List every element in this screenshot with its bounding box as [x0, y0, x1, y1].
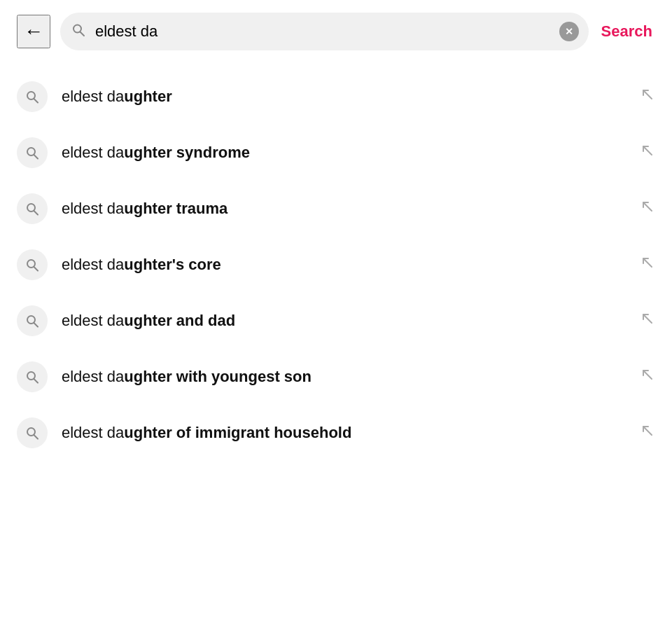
suggestion-item[interactable]: eldest daughter trauma — [0, 181, 672, 237]
svg-line-13 — [643, 258, 652, 267]
suggestions-list: eldest daughter eldest daughter syndrome… — [0, 63, 672, 466]
autofill-arrow-icon — [640, 255, 655, 275]
clear-button[interactable]: ✕ — [559, 22, 579, 41]
suggestion-item[interactable]: eldest daughter with youngest son — [0, 349, 672, 405]
svg-line-1 — [80, 32, 85, 36]
svg-line-7 — [643, 146, 652, 155]
suggestion-text: eldest daughter of immigrant household — [62, 424, 626, 442]
autofill-arrow-icon — [640, 87, 655, 106]
suggestion-search-icon — [17, 137, 48, 168]
svg-line-22 — [643, 427, 652, 435]
suggestion-search-icon — [17, 305, 48, 336]
suggestion-search-icon — [17, 193, 48, 224]
svg-line-19 — [643, 371, 652, 379]
suggestion-item[interactable]: eldest daughter of immigrant household — [0, 405, 672, 461]
svg-line-10 — [643, 202, 652, 211]
suggestion-text: eldest daughter with youngest son — [62, 368, 626, 386]
search-button-label: Search — [601, 22, 652, 40]
clear-icon: ✕ — [565, 27, 573, 36]
autofill-arrow-icon — [640, 199, 655, 219]
svg-line-6 — [34, 155, 38, 159]
search-icon — [71, 23, 85, 41]
search-bar-container: ✕ — [60, 13, 589, 50]
suggestion-search-icon — [17, 417, 48, 448]
svg-line-9 — [34, 211, 38, 215]
suggestion-search-icon — [17, 249, 48, 280]
back-button[interactable]: ← — [17, 15, 50, 48]
autofill-arrow-icon — [640, 423, 655, 443]
suggestion-search-icon — [17, 81, 48, 112]
autofill-arrow-icon — [640, 143, 655, 163]
autofill-arrow-icon — [640, 367, 655, 387]
suggestion-text: eldest daughter and dad — [62, 312, 626, 330]
app-container: ← ✕ Search eldest daughter — [0, 0, 672, 466]
suggestion-search-icon — [17, 361, 48, 392]
suggestion-text: eldest daughter — [62, 88, 626, 106]
svg-line-15 — [34, 323, 38, 327]
suggestion-item[interactable]: eldest daughter's core — [0, 237, 672, 293]
suggestion-item[interactable]: eldest daughter syndrome — [0, 125, 672, 181]
search-submit-button[interactable]: Search — [598, 17, 655, 46]
svg-line-12 — [34, 267, 38, 271]
suggestion-text: eldest daughter's core — [62, 256, 626, 274]
svg-line-18 — [34, 379, 38, 383]
svg-line-16 — [643, 314, 652, 323]
header: ← ✕ Search — [0, 0, 672, 63]
suggestion-item[interactable]: eldest daughter — [0, 69, 672, 125]
svg-line-4 — [643, 90, 652, 99]
suggestion-item[interactable]: eldest daughter and dad — [0, 293, 672, 349]
svg-line-3 — [34, 99, 38, 103]
back-arrow-icon: ← — [24, 22, 43, 41]
svg-line-21 — [34, 435, 38, 439]
suggestion-text: eldest daughter trauma — [62, 200, 626, 218]
suggestion-text: eldest daughter syndrome — [62, 144, 626, 162]
search-input[interactable] — [60, 13, 589, 50]
autofill-arrow-icon — [640, 311, 655, 331]
